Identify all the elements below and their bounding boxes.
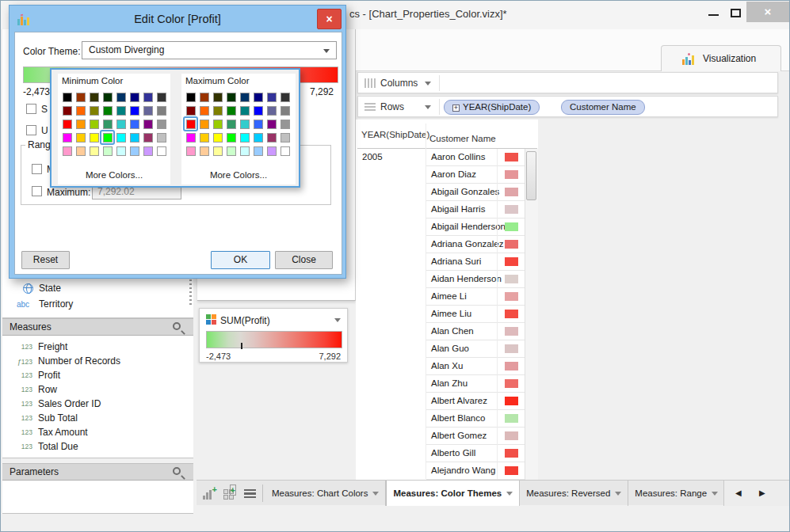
palette-swatch[interactable]	[265, 104, 278, 117]
table-row[interactable]: Alan Chen	[426, 323, 525, 340]
palette-swatch[interactable]	[278, 131, 292, 144]
palette-swatch[interactable]	[224, 104, 238, 117]
palette-swatch[interactable]	[87, 104, 101, 117]
palette-swatch[interactable]	[184, 104, 197, 117]
table-row[interactable]: Albert Gomez	[426, 428, 525, 445]
palette-swatch[interactable]	[155, 144, 168, 158]
pane-splitter-handle[interactable]	[189, 279, 192, 306]
palette-swatch[interactable]	[278, 104, 292, 117]
palette-swatch[interactable]	[114, 90, 128, 104]
measure-item[interactable]: ƒ123Number of Records	[2, 354, 193, 368]
palette-swatch[interactable]	[141, 144, 155, 158]
measure-item[interactable]: 123Tax Amount	[2, 425, 193, 439]
chevron-down-icon[interactable]	[506, 492, 513, 496]
search-icon[interactable]	[173, 322, 181, 330]
chevron-down-icon[interactable]	[615, 492, 621, 496]
palette-swatch[interactable]	[74, 90, 87, 104]
palette-swatch[interactable]	[141, 90, 155, 104]
palette-swatch[interactable]	[101, 117, 114, 131]
palette-swatch[interactable]	[128, 144, 141, 158]
palette-swatch[interactable]	[87, 90, 101, 104]
palette-swatch[interactable]	[184, 131, 197, 144]
measure-item[interactable]: 123Sub Total	[2, 411, 193, 425]
palette-swatch[interactable]	[74, 104, 87, 117]
palette-swatch[interactable]	[101, 131, 114, 144]
sheet-list-icon[interactable]	[244, 489, 256, 498]
palette-swatch[interactable]	[184, 90, 197, 104]
palette-swatch[interactable]	[197, 104, 211, 117]
reset-button[interactable]: Reset	[21, 251, 70, 269]
search-icon[interactable]	[173, 467, 181, 475]
table-row[interactable]: Abigail Henderson	[426, 218, 525, 236]
palette-swatch[interactable]	[60, 90, 74, 104]
palette-swatch[interactable]	[251, 90, 265, 104]
palette-swatch[interactable]	[224, 131, 238, 144]
palette-swatch[interactable]	[265, 131, 278, 144]
palette-swatch[interactable]	[238, 90, 251, 104]
palette-swatch[interactable]	[114, 131, 128, 144]
palette-swatch[interactable]	[238, 117, 251, 131]
palette-swatch[interactable]	[251, 131, 265, 144]
palette-swatch[interactable]	[141, 131, 155, 144]
columns-shelf[interactable]: Columns	[357, 72, 778, 93]
chevron-down-icon[interactable]	[425, 105, 431, 109]
palette-swatch[interactable]	[155, 90, 168, 104]
palette-swatch[interactable]	[238, 144, 251, 158]
palette-swatch[interactable]	[87, 144, 101, 158]
table-row[interactable]: Adriana Gonzalez	[426, 236, 525, 253]
palette-swatch[interactable]	[211, 90, 224, 104]
minimum-checkbox[interactable]	[32, 164, 42, 174]
chevron-down-icon[interactable]	[425, 82, 431, 86]
chevron-down-icon[interactable]	[712, 492, 718, 496]
expand-plus-icon[interactable]: +	[452, 104, 460, 112]
palette-swatch[interactable]	[128, 90, 141, 104]
palette-swatch[interactable]	[74, 144, 87, 158]
palette-swatch[interactable]	[155, 117, 168, 131]
palette-swatch[interactable]	[87, 117, 101, 131]
palette-swatch[interactable]	[224, 117, 238, 131]
palette-swatch[interactable]	[197, 90, 211, 104]
palette-swatch[interactable]	[197, 117, 211, 131]
sidebar-item-territory[interactable]: abcTerritory	[2, 296, 193, 312]
worksheet-tab-measures-color-themes[interactable]: Measures: Color Themes	[386, 481, 520, 506]
palette-swatch[interactable]	[114, 104, 128, 117]
palette-swatch[interactable]	[101, 90, 114, 104]
palette-swatch[interactable]	[114, 117, 128, 131]
ok-button[interactable]: OK	[211, 251, 270, 269]
more-colors-link[interactable]: More Colors...	[181, 170, 296, 180]
table-row[interactable]: Aaron Diaz	[426, 166, 525, 184]
table-row[interactable]: Aimee Li	[426, 288, 525, 306]
palette-swatch[interactable]	[197, 131, 211, 144]
palette-swatch[interactable]	[251, 144, 265, 158]
palette-swatch[interactable]	[211, 131, 224, 144]
use-full-range-checkbox[interactable]	[26, 125, 36, 135]
worksheet-tab-measures-chart-colors[interactable]: Measures: Chart Colors	[265, 481, 386, 506]
window-close-button[interactable]: ×	[746, 2, 789, 22]
palette-swatch[interactable]	[265, 117, 278, 131]
sidebar-item-state[interactable]: State	[2, 280, 193, 296]
chevron-down-icon[interactable]	[334, 318, 341, 322]
palette-swatch[interactable]	[101, 144, 114, 158]
palette-swatch[interactable]	[155, 131, 168, 144]
palette-swatch[interactable]	[197, 144, 211, 158]
table-row[interactable]: Alberto Gill	[426, 445, 525, 462]
palette-swatch[interactable]	[141, 117, 155, 131]
color-theme-select[interactable]: Custom Diverging	[82, 41, 337, 59]
table-row[interactable]: Albert Alvarez	[426, 393, 525, 410]
measure-item[interactable]: 123Freight	[2, 340, 193, 354]
table-row[interactable]: Aimee Liu	[426, 306, 525, 323]
palette-swatch[interactable]	[251, 104, 265, 117]
measure-item[interactable]: 123Row	[2, 382, 193, 397]
table-row[interactable]: Aaron Collins	[426, 149, 525, 166]
palette-swatch[interactable]	[265, 144, 278, 158]
maximize-button[interactable]	[731, 9, 741, 17]
table-row[interactable]: Albert Blanco	[426, 410, 525, 428]
palette-swatch[interactable]	[60, 117, 74, 131]
palette-swatch[interactable]	[278, 90, 292, 104]
palette-swatch[interactable]	[60, 144, 74, 158]
table-row[interactable]: Alan Zhu	[426, 375, 525, 393]
palette-swatch[interactable]	[211, 117, 224, 131]
palette-swatch[interactable]	[128, 117, 141, 131]
palette-swatch[interactable]	[211, 144, 224, 158]
palette-swatch[interactable]	[278, 144, 292, 158]
